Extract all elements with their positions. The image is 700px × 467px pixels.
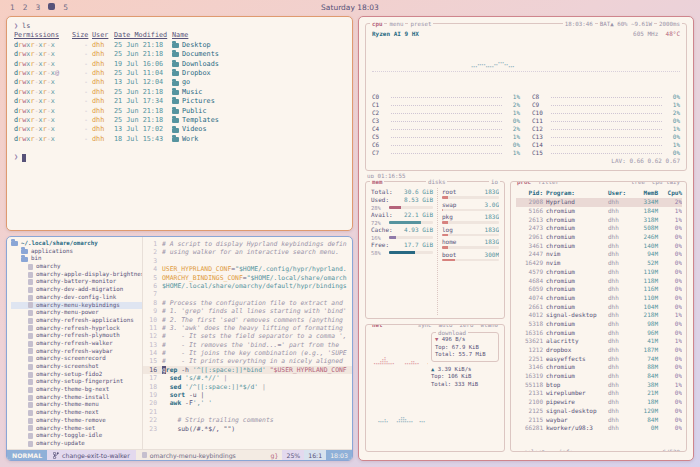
process-row[interactable]: 2251easyeffectsdhh74M0% <box>516 354 682 363</box>
tree-item-omarchy-battery-monitor[interactable]: omarchy-battery-monitor <box>11 278 142 286</box>
tab-io[interactable]: io <box>489 178 500 186</box>
process-row[interactable]: 2115waybardhh84M0% <box>516 415 682 424</box>
tab-mem[interactable]: mem <box>370 178 384 186</box>
btop-pane[interactable]: cpu menu preset 18:03:46 BAT▲ 60% ~9.61W… <box>358 16 694 461</box>
process-row[interactable]: 4074chromiumdhh110M0% <box>516 294 682 303</box>
tree-item-omarchy-refresh-plymouth[interactable]: omarchy-refresh-plymouth <box>11 332 142 340</box>
process-row[interactable]: 4012signal-desktopdhh218M1% <box>516 311 682 320</box>
tree-item-omarchy-screenshot[interactable]: omarchy-screenshot <box>11 363 142 371</box>
tree-item-omarchy-apple-display-brightness[interactable]: omarchy-apple-display-brightness <box>11 271 142 279</box>
workspace-4-active[interactable] <box>48 3 55 12</box>
mem-meter <box>389 236 433 239</box>
uptime: up 01:16:55 <box>365 172 687 181</box>
process-row[interactable]: 2125signal-desktopdhh129M0% <box>516 407 682 416</box>
tree-item-omarchy-theme-set[interactable]: omarchy-theme-set <box>11 425 142 433</box>
refresh-interval[interactable]: 2000ms <box>657 20 682 28</box>
process-row[interactable]: 3146chromiumdhh88M0% <box>516 363 682 372</box>
process-row[interactable]: 2131wireplumberdhh21M0% <box>516 389 682 398</box>
col-program[interactable]: Program: <box>546 189 608 198</box>
tree-item-omarchy-theme-remove[interactable]: omarchy-theme-remove <box>11 417 142 425</box>
tree-item-omarchy-theme-install[interactable]: omarchy-theme-install <box>11 394 142 402</box>
tree-item-omarchy-refresh-waybar[interactable]: omarchy-refresh-waybar <box>11 348 142 356</box>
tree-item-omarchy[interactable]: omarchy <box>11 263 142 271</box>
tree-item-omarchy-setup-fido2[interactable]: omarchy-setup-fido2 <box>11 371 142 379</box>
code-buffer[interactable]: 1# A script to display Hyprland keybindi… <box>143 237 352 449</box>
tree-item-omarchy-theme-bg-next[interactable]: omarchy-theme-bg-next <box>11 386 142 394</box>
code-line: 11# 3. 'awk' does the heavy lifting of f… <box>143 324 352 332</box>
line-number: 9 <box>143 307 157 315</box>
col-date-modified: Date Modified <box>114 31 172 40</box>
tree-item-omarchy-refresh-applications[interactable]: omarchy-refresh-applications <box>11 317 142 325</box>
code-line: 22 # Strip trailing comments <box>143 416 352 424</box>
process-row[interactable]: 6059chromiumdhh116M0% <box>516 285 682 294</box>
process-row[interactable]: 4579chromiumdhh119M0% <box>516 268 682 277</box>
process-row[interactable]: 3461chromiumdhh140M0% <box>516 241 682 250</box>
folder-name: Templates <box>172 116 345 125</box>
process-row[interactable]: 2100pipewiredhh18M0% <box>516 398 682 407</box>
process-row[interactable]: 5318chromiumdhh98M0% <box>516 320 682 329</box>
process-row[interactable]: 2908Hyprlanddhh334M2% <box>516 198 682 207</box>
process-row[interactable]: 66281kworker/u98:3dhh0M0% <box>516 424 682 433</box>
tab-tree[interactable]: tree <box>629 181 647 186</box>
tree-root[interactable]: ~/.local/share/omarchy <box>11 240 142 248</box>
download-stats: download ▼ 496 B/s Top: 67.9 KiB Total: … <box>431 332 499 362</box>
process-row[interactable]: 1212dropboxdhh187M0% <box>516 346 682 355</box>
tab-proc[interactable]: proc <box>515 181 533 186</box>
tree-item-omarchy-screenrecord[interactable]: omarchy-screenrecord <box>11 355 142 363</box>
process-row[interactable]: 2473chromiumdhh508M0% <box>516 224 682 233</box>
tree-item-omarchy-toggle-idle[interactable]: omarchy-toggle-idle <box>11 432 142 440</box>
tab-disks[interactable]: disks <box>426 178 447 186</box>
tree-item-bin[interactable]: bin <box>11 255 142 263</box>
file-icon <box>28 318 33 324</box>
tree-item-omarchy-menu-keybindings[interactable]: omarchy-menu-keybindings <box>11 302 142 310</box>
col-pid[interactable]: Pid: <box>516 189 546 198</box>
code-line: 13# - It removes the 'bind...=' part fro… <box>143 341 352 349</box>
col-user[interactable]: User: <box>608 189 630 198</box>
process-row[interactable]: 2661chromiumdhh104M0% <box>516 302 682 311</box>
tree-item-omarchy-dev-add-migration[interactable]: omarchy-dev-add-migration <box>11 286 142 294</box>
tree-item-omarchy-dev-config-link[interactable]: omarchy-dev-config-link <box>11 294 142 302</box>
tree-item-omarchy-menu-power[interactable]: omarchy-menu-power <box>11 309 142 317</box>
tab-sync[interactable]: sync <box>416 324 434 329</box>
process-row[interactable]: 2961chromiumdhh246M0% <box>516 233 682 242</box>
shell-prompt[interactable]: ❯ <box>14 153 345 162</box>
process-row[interactable]: 4684chromiumdhh118M0% <box>516 276 682 285</box>
process-row[interactable]: 53621alacrittydhh41M1% <box>516 337 682 346</box>
workspace-5[interactable]: 5 <box>63 3 68 12</box>
col-cpu[interactable]: Cpu% <box>658 189 682 198</box>
terminal-ls-pane[interactable]: ❯ ls Permissions Size User Date Modified… <box>6 16 353 231</box>
tab-cpu[interactable]: cpu <box>370 20 384 28</box>
process-row[interactable]: 55118btopdhh38M1% <box>516 380 682 389</box>
net-interface[interactable]: wlan0 <box>479 324 500 329</box>
process-row[interactable]: 16319chromiumdhh84M0% <box>516 372 682 381</box>
tree-item-omarchy-refresh-hyprlock[interactable]: omarchy-refresh-hyprlock <box>11 325 142 333</box>
tree-item-omarchy-setup-fingerprint[interactable]: omarchy-setup-fingerprint <box>11 378 142 386</box>
workspace-3[interactable]: 3 <box>36 3 41 12</box>
editor-pane[interactable]: ~/.local/share/omarchy applicationsbinom… <box>6 236 353 461</box>
workspace-2[interactable]: 2 <box>23 3 28 12</box>
process-row[interactable]: 5166chromiumdhh184M1% <box>516 207 682 216</box>
tree-item-omarchy-theme-next[interactable]: omarchy-theme-next <box>11 409 142 417</box>
code-line: 5OMARCHY_BINDINGS_CONF="$HOME/.local/sha… <box>143 274 352 282</box>
tab-cpu-lazy[interactable]: cpu lazy <box>650 181 682 186</box>
folder-icon <box>172 81 179 86</box>
process-row[interactable]: 2613chromiumdhh318M1% <box>516 215 682 224</box>
process-row[interactable]: 16429nvimdhh52M0% <box>516 259 682 268</box>
tab-filter[interactable]: filter <box>536 181 561 186</box>
tree-item-omarchy-update[interactable]: omarchy-update <box>11 440 142 448</box>
tab-preset[interactable]: preset <box>408 20 433 28</box>
process-row[interactable]: 2447nvimdhh94M0% <box>516 250 682 259</box>
tree-item-omarchy-refresh-walker[interactable]: omarchy-refresh-walker <box>11 340 142 348</box>
process-row[interactable]: 16316chromiumdhh96M0% <box>516 328 682 337</box>
mem-meter <box>389 251 433 254</box>
file-owner: dhh <box>92 50 114 59</box>
workspace-1[interactable]: 1 <box>10 3 15 12</box>
col-memb[interactable]: MemB <box>630 189 658 198</box>
tree-item-applications[interactable]: applications <box>11 248 142 256</box>
tab-net[interactable]: net <box>370 324 384 329</box>
tab-menu[interactable]: menu <box>387 20 405 28</box>
folder-icon <box>172 109 179 114</box>
tree-item-omarchy-theme-menu[interactable]: omarchy-theme-menu <box>11 401 142 409</box>
folder-name: Dropbox <box>172 69 345 78</box>
file-size: - <box>72 69 92 78</box>
